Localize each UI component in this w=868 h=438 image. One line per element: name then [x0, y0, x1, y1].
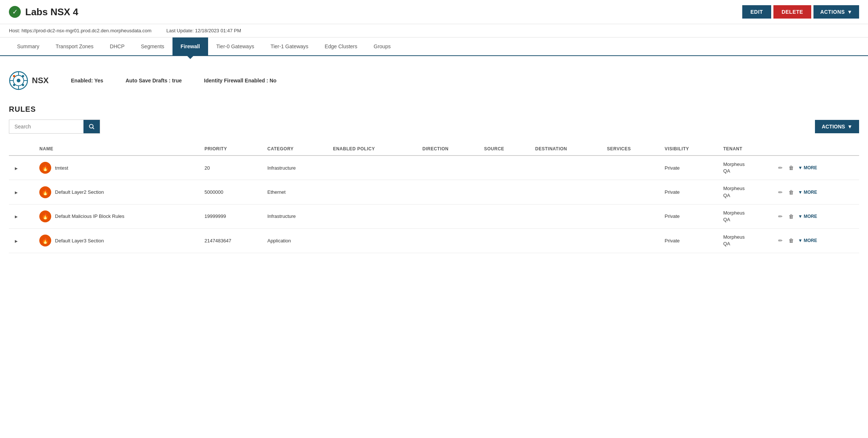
tab-summary[interactable]: Summary: [9, 37, 47, 55]
table-row: ▶ 🔥 Default Malicious IP Block Rules 199…: [9, 204, 859, 228]
direction-cell: [418, 180, 480, 204]
tenant-cell: Morpheus QA: [719, 229, 772, 253]
nsx-enabled-info: Enabled: Yes: [71, 78, 103, 84]
expand-cell: ▶: [9, 156, 35, 180]
source-cell: [480, 180, 531, 204]
name-cell: 🔥 Default Malicious IP Block Rules: [35, 204, 200, 228]
row-actions-cell: ✏ 🗑 ▼ MORE: [772, 204, 859, 228]
tab-firewall[interactable]: Firewall: [172, 37, 208, 55]
enabled-policy-cell: [329, 204, 418, 228]
delete-row-button[interactable]: 🗑: [787, 189, 795, 196]
tab-tier1-gateways[interactable]: Tier-1 Gateways: [262, 37, 316, 55]
tenant-cell: Morpheus QA: [719, 204, 772, 228]
svg-point-10: [22, 84, 24, 86]
category-cell: Infrastructure: [263, 156, 329, 180]
rules-section: RULES ACTIONS ▼ N: [9, 105, 859, 253]
delete-row-button[interactable]: 🗑: [787, 237, 795, 244]
tab-transport-zones[interactable]: Transport Zones: [47, 37, 102, 55]
delete-button[interactable]: DELETE: [773, 5, 811, 19]
table-row: ▶ 🔥 Default Layer3 Section 2147483647 Ap…: [9, 229, 859, 253]
edit-button[interactable]: EDIT: [742, 5, 771, 19]
row-actions-cell: ✏ 🗑 ▼ MORE: [772, 229, 859, 253]
svg-point-9: [13, 84, 15, 86]
page-title: Labs NSX 4: [25, 6, 78, 18]
tab-tier0-gateways[interactable]: Tier-0 Gateways: [208, 37, 262, 55]
svg-point-8: [22, 75, 24, 77]
visibility-cell: Private: [660, 204, 719, 228]
expand-icon[interactable]: ▶: [13, 189, 19, 196]
enabled-policy-cell: [329, 229, 418, 253]
category-cell: Application: [263, 229, 329, 253]
title-section: ✓ Labs NSX 4: [9, 6, 78, 18]
services-cell: [602, 156, 660, 180]
name-cell: 🔥 Default Layer3 Section: [35, 229, 200, 253]
svg-point-2: [17, 79, 20, 82]
row-actions-cell: ✏ 🗑 ▼ MORE: [772, 156, 859, 180]
visibility-cell: Private: [660, 229, 719, 253]
expand-icon[interactable]: ▶: [13, 238, 19, 245]
nsx-logo: NSX: [9, 71, 49, 90]
more-row-button[interactable]: ▼ MORE: [798, 190, 817, 195]
search-actions-row: ACTIONS ▼: [9, 120, 859, 134]
name-with-icon: 🔥 Default Layer2 Section: [39, 186, 195, 198]
row-fire-icon: 🔥: [39, 186, 51, 198]
name-cell: 🔥 Default Layer2 Section: [35, 180, 200, 204]
name-with-icon: 🔥 Default Layer3 Section: [39, 235, 195, 246]
services-cell: [602, 180, 660, 204]
source-cell: [480, 204, 531, 228]
direction-cell: [418, 204, 480, 228]
priority-cell: 5000000: [200, 180, 263, 204]
visibility-cell: Private: [660, 156, 719, 180]
col-enabled-policy: ENABLED POLICY: [329, 143, 418, 156]
priority-cell: 20: [200, 156, 263, 180]
name-cell: 🔥 tmtest: [35, 156, 200, 180]
header-actions-button[interactable]: ACTIONS ▼: [813, 5, 859, 19]
row-fire-icon: 🔥: [39, 210, 51, 222]
edit-row-button[interactable]: ✏: [777, 213, 784, 220]
col-expand: [9, 143, 35, 156]
name-with-icon: 🔥 tmtest: [39, 162, 195, 174]
search-button[interactable]: [83, 120, 100, 133]
tab-segments[interactable]: Segments: [133, 37, 172, 55]
tab-dhcp[interactable]: DHCP: [102, 37, 133, 55]
chevron-down-icon: ▼: [847, 124, 852, 130]
col-tenant: TENANT: [719, 143, 772, 156]
expand-icon[interactable]: ▶: [13, 165, 19, 172]
edit-row-button[interactable]: ✏: [777, 164, 784, 171]
more-row-button[interactable]: ▼ MORE: [798, 238, 817, 243]
expand-icon[interactable]: ▶: [13, 213, 19, 220]
source-cell: [480, 156, 531, 180]
more-row-button[interactable]: ▼ MORE: [798, 214, 817, 219]
tab-edge-clusters[interactable]: Edge Clusters: [316, 37, 365, 55]
top-bar: ✓ Labs NSX 4 EDIT DELETE ACTIONS ▼: [0, 0, 868, 24]
delete-row-button[interactable]: 🗑: [787, 213, 795, 220]
col-direction: DIRECTION: [418, 143, 480, 156]
expand-cell: ▶: [9, 229, 35, 253]
svg-point-7: [13, 75, 15, 77]
search-box: [9, 120, 100, 134]
search-input[interactable]: [9, 120, 83, 133]
services-cell: [602, 204, 660, 228]
tabs-nav: Summary Transport Zones DHCP Segments Fi…: [0, 37, 868, 56]
delete-row-button[interactable]: 🗑: [787, 164, 795, 171]
more-row-button[interactable]: ▼ MORE: [798, 165, 817, 170]
nsx-logo-icon: [9, 71, 28, 90]
enabled-policy-cell: [329, 180, 418, 204]
category-cell: Ethernet: [263, 180, 329, 204]
priority-cell: 19999999: [200, 204, 263, 228]
expand-cell: ▶: [9, 180, 35, 204]
visibility-cell: Private: [660, 180, 719, 204]
edit-row-button[interactable]: ✏: [777, 189, 784, 196]
rules-table-header: NAME PRIORITY CATEGORY ENABLED POLICY DI…: [9, 143, 859, 156]
edit-row-button[interactable]: ✏: [777, 237, 784, 244]
tab-groups[interactable]: Groups: [365, 37, 399, 55]
row-fire-icon: 🔥: [39, 162, 51, 174]
col-name: NAME: [35, 143, 200, 156]
nsx-auto-save-info: Auto Save Drafts : true: [125, 78, 182, 84]
content-area: NSX Enabled: Yes Auto Save Drafts : true…: [0, 56, 868, 262]
row-fire-icon: 🔥: [39, 235, 51, 246]
rules-actions-button[interactable]: ACTIONS ▼: [815, 120, 859, 133]
rules-title: RULES: [9, 105, 859, 114]
destination-cell: [531, 229, 602, 253]
col-priority: PRIORITY: [200, 143, 263, 156]
